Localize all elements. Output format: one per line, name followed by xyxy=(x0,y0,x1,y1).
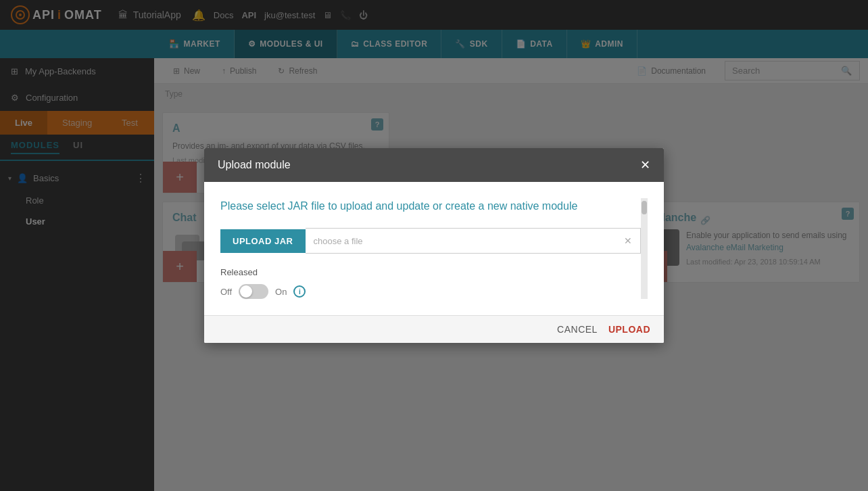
toggle-on-label: On xyxy=(275,287,287,297)
upload-module-modal: Upload module ✕ Please select JAR file t… xyxy=(204,148,664,343)
modal-title: Upload module xyxy=(218,159,291,171)
upload-file-row: UPLOAD JAR choose a file ✕ xyxy=(220,228,641,254)
toggle-off-label: Off xyxy=(220,287,232,297)
toggle-thumb xyxy=(240,285,252,298)
toggle-row: Off On i xyxy=(220,284,641,299)
file-clear-icon[interactable]: ✕ xyxy=(624,235,632,246)
upload-button[interactable]: UPLOAD xyxy=(608,324,650,335)
info-icon[interactable]: i xyxy=(293,285,306,298)
upload-jar-button[interactable]: UPLOAD JAR xyxy=(220,229,306,253)
modal-body: Please select JAR file to upload and upd… xyxy=(204,182,664,315)
released-toggle[interactable] xyxy=(239,284,268,299)
file-placeholder: choose a file xyxy=(314,236,363,246)
modal-header: Upload module ✕ xyxy=(204,148,664,182)
released-section: Released Off On i xyxy=(220,267,641,299)
modal-close-button[interactable]: ✕ xyxy=(640,158,650,172)
modal-prompt: Please select JAR file to upload and upd… xyxy=(220,198,641,214)
modal-overlay: Upload module ✕ Please select JAR file t… xyxy=(0,0,868,491)
modal-footer: CANCEL UPLOAD xyxy=(204,315,664,343)
file-input-area: choose a file ✕ xyxy=(306,228,641,254)
cancel-button[interactable]: CANCEL xyxy=(557,324,598,335)
scroll-bar[interactable] xyxy=(641,198,648,299)
modal-content-scroll-container: Please select JAR file to upload and upd… xyxy=(220,198,648,299)
scroll-thumb xyxy=(642,201,647,214)
modal-content: Please select JAR file to upload and upd… xyxy=(220,198,641,299)
released-label: Released xyxy=(220,267,641,277)
